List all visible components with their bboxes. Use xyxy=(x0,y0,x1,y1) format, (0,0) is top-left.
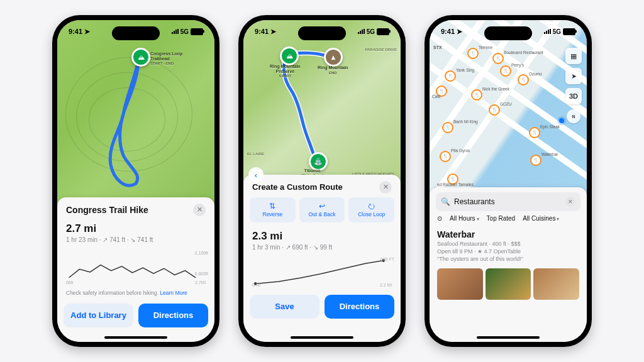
signal-icon xyxy=(544,29,551,34)
signal-icon xyxy=(358,29,365,34)
search-input[interactable]: 🔍 Restaurants ✕ xyxy=(436,192,580,211)
battery-icon xyxy=(563,28,575,35)
poi-pin[interactable]: 🍴 xyxy=(445,70,456,82)
map-view[interactable]: STX 🍴Terrene 🍴Boulevard Restaurant 🍴Perr… xyxy=(430,20,587,197)
compass-button[interactable]: N xyxy=(567,109,580,123)
safety-text: Check safety information before hiking. … xyxy=(57,288,214,300)
showcase-stage: 9:41 ➤ 5G ⛰ Congress LoopTrailheadSTART … xyxy=(0,0,644,362)
cuisine-filter[interactable]: All Cuisines▾ xyxy=(523,215,559,222)
search-icon: 🔍 xyxy=(441,197,450,206)
poi-pin[interactable]: 🍴 xyxy=(530,155,541,166)
home-indicator[interactable] xyxy=(291,336,353,339)
poi-pin[interactable]: 🍴 xyxy=(518,74,529,85)
poi-pin[interactable]: 🍴 xyxy=(492,53,504,64)
elev-x1-label: 2.2 Mi xyxy=(380,283,392,287)
poi-pin[interactable]: 🍴 xyxy=(440,151,451,162)
map-view[interactable]: ⛰ Congress LoopTrailheadSTART · END xyxy=(57,20,214,207)
result-name: Waterbar xyxy=(437,229,579,239)
dynamic-island xyxy=(298,26,346,40)
result-line1: Seafood Restaurant · 400 ft · $$$ xyxy=(437,241,579,247)
result-line2: Open till 9 PM · ★ 4.7 OpenTable xyxy=(437,248,579,255)
phone-2: 9:41 ➤ 5G ‹ PARADISE DRIVE LITTLE REED H… xyxy=(238,15,406,347)
reverse-icon: ⇅ xyxy=(269,202,275,211)
elev-x0-label: 0Mi xyxy=(66,280,73,285)
status-time: 9:41 xyxy=(69,28,82,35)
battery-icon xyxy=(377,28,389,35)
location-icon: ➤ xyxy=(270,28,276,35)
start-pin-label: Ring MountainPreserveSTART xyxy=(270,64,301,79)
search-value: Restaurants xyxy=(454,197,562,206)
poi-pin[interactable]: 🍴 xyxy=(467,48,479,59)
phone-3: 9:41 ➤ 5G STX 🍴Terrene xyxy=(425,15,592,347)
home-indicator[interactable] xyxy=(477,336,540,339)
chevron-down-icon: ▾ xyxy=(557,216,559,222)
trailhead-label: Congress LoopTrailheadSTART · END xyxy=(150,52,182,66)
phone-3-screen: 9:41 ➤ 5G STX 🍴Terrene xyxy=(430,20,587,342)
location-icon: ➤ xyxy=(84,28,90,35)
hike-stats: 1 hr 23 min · ↗ 741 ft · ↘ 741 ft xyxy=(66,236,206,243)
close-sheet-button[interactable]: ✕ xyxy=(379,181,392,194)
home-indicator[interactable] xyxy=(104,336,167,339)
chevron-down-icon: ▾ xyxy=(477,216,479,222)
hike-detail-sheet[interactable]: Congress Trail Hike ✕ 2.7 mi 1 hr 23 min… xyxy=(57,197,214,342)
distance-value: 2.3 mi xyxy=(252,230,392,243)
poi-pin[interactable]: 🍴 xyxy=(500,65,511,77)
clear-search-button[interactable]: ✕ xyxy=(565,197,575,207)
locate-button[interactable]: ➤ xyxy=(565,68,582,84)
sheet-title: Congress Trail Hike xyxy=(66,205,148,215)
poi-pin[interactable]: 🍴 xyxy=(489,104,500,116)
learn-more-link[interactable]: Learn More xyxy=(160,290,187,296)
close-sheet-button[interactable]: ✕ xyxy=(193,204,206,216)
close-loop-icon: ⭮ xyxy=(368,202,375,211)
trailhead-pin[interactable]: ⛰ xyxy=(131,48,150,67)
district-label: STX xyxy=(433,45,442,50)
elev-x0-label: 0 Mi xyxy=(252,283,260,287)
3d-button[interactable]: 3D xyxy=(565,88,582,104)
top-rated-filter[interactable]: Top Rated xyxy=(487,215,516,222)
network-label: 5G xyxy=(553,28,561,35)
map-layers-icon: ▦ xyxy=(570,52,577,60)
out-back-icon: ↩ xyxy=(319,202,325,211)
sheet-title: Create a Custom Route xyxy=(252,182,343,192)
elevation-chart: 690 FT 0 Mi 2.2 Mi xyxy=(250,257,394,287)
end-pin[interactable]: ▲ xyxy=(324,48,343,67)
add-to-library-button[interactable]: Add to Library xyxy=(64,304,133,327)
directions-button[interactable]: Directions xyxy=(325,295,394,319)
elev-x1-label: 2.7Mi xyxy=(195,280,206,285)
out-back-button[interactable]: ↩Out & Back xyxy=(299,197,345,222)
status-time: 9:41 xyxy=(255,28,269,35)
reverse-button[interactable]: ⇅Reverse xyxy=(250,197,296,222)
start-pin[interactable]: ⛰ xyxy=(280,47,299,65)
directions-button[interactable]: Directions xyxy=(138,304,208,327)
result-photo[interactable] xyxy=(533,268,579,300)
hours-filter[interactable]: All Hours▾ xyxy=(450,215,479,222)
battery-icon xyxy=(191,28,203,35)
map-mode-button[interactable]: ▦ xyxy=(565,48,582,64)
search-sheet[interactable]: 🔍 Restaurants ✕ ⊙ All Hours▾ Top Rated A… xyxy=(430,187,587,342)
network-label: 5G xyxy=(367,28,375,35)
poi-pin[interactable]: 🍴 xyxy=(442,122,453,133)
close-loop-button[interactable]: ⭮Close Loop xyxy=(348,197,394,222)
poi-pin[interactable]: 🍴 xyxy=(529,127,540,138)
result-photo[interactable] xyxy=(437,268,483,300)
elev-bot-label: 6,800ft xyxy=(195,272,208,276)
result-photo[interactable] xyxy=(486,268,531,300)
elev-top-label: 2,100ft xyxy=(195,251,208,255)
status-time: 9:41 xyxy=(441,28,455,35)
poi-pin[interactable]: 🍴 xyxy=(471,89,482,101)
elev-top-label: 690 FT xyxy=(380,257,394,261)
map-view[interactable]: ‹ PARADISE DRIVE LITTLE REED HEIGHTS EL … xyxy=(243,20,401,187)
location-icon: ➤ xyxy=(457,28,462,35)
hike-route-path xyxy=(57,20,214,207)
search-result[interactable]: Waterbar Seafood Restaurant · 400 ft · $… xyxy=(430,227,587,265)
sort-button[interactable]: ⊙ xyxy=(437,215,442,222)
user-location-dot xyxy=(559,118,564,123)
network-label: 5G xyxy=(180,28,189,35)
save-button[interactable]: Save xyxy=(250,295,319,319)
distance-value: 2.7 mi xyxy=(66,222,206,235)
locate-icon: ➤ xyxy=(571,72,577,80)
phone-1: 9:41 ➤ 5G ⛰ Congress LoopTrailheadSTART … xyxy=(52,15,219,347)
filter-bar: ⊙ All Hours▾ Top Rated All Cuisines▾ xyxy=(430,215,587,227)
custom-route-sheet[interactable]: Create a Custom Route ✕ ⇅Reverse ↩Out & … xyxy=(243,175,401,342)
dynamic-island xyxy=(112,26,160,40)
